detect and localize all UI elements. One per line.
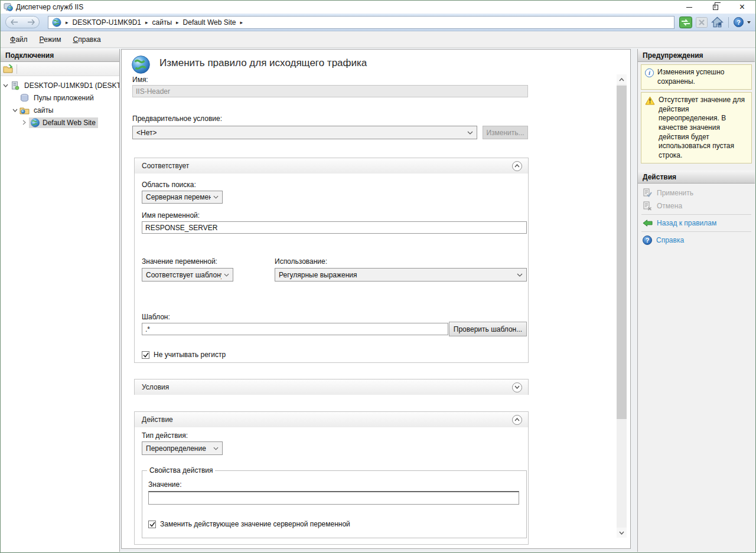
pattern-field[interactable] [142,323,448,335]
precondition-label: Предварительное условие: [132,114,222,123]
action-type-dropdown[interactable]: Переопределение [142,441,223,455]
window-title: Диспетчер служб IIS [16,3,83,11]
match-section: Соответствует Область поиска: Серверная … [134,158,529,363]
sites-folder-icon [19,106,30,115]
using-value: Регулярные выражения [279,271,357,279]
tree-row-server[interactable]: DESKTOP-U1MK9D1 (DESKTOP [1,79,119,91]
test-pattern-button[interactable]: Проверить шаблон... [449,322,527,336]
help-link[interactable]: ? Справка [638,234,755,247]
tree-label-server[interactable]: DESKTOP-U1MK9D1 (DESKTOP [22,81,119,90]
replace-existing-label: Заменить действующее значение серверной … [160,520,350,528]
chevron-down-icon [211,447,219,450]
scroll-up-button[interactable] [617,74,627,84]
rule-name-field [132,85,528,97]
window-controls: × [676,1,755,14]
scrollbar-thumb[interactable] [617,86,627,419]
expand-section-button[interactable] [512,382,522,392]
back-to-rules-link[interactable]: Назад к правилам [638,217,755,230]
apply-icon [643,188,653,198]
collapse-section-button[interactable] [512,161,522,171]
name-label: Имя: [132,76,148,84]
scope-dropdown[interactable]: Серверная переменн [142,191,223,204]
menu-help[interactable]: Справка [67,33,107,46]
titlebar: Диспетчер служб IIS × [1,1,755,14]
close-button[interactable]: × [729,1,755,14]
precondition-dropdown[interactable]: <Нет> [132,126,477,139]
replace-checkbox-row: Заменить действующее значение серверной … [148,520,350,528]
home-button[interactable] [711,17,724,28]
minimize-button[interactable] [676,1,702,14]
alerts-header: Предупреждения [638,49,755,62]
info-alert: i Изменения успешно сохранены. [641,64,752,90]
save-connection-icon[interactable] [3,64,13,73]
cancel-action: Отмена [638,199,755,212]
variable-value-option: Соответствует шаблону [146,271,221,279]
breadcrumb-item-default-web-site[interactable]: Default Web Site [183,18,236,27]
action-properties-legend: Свойства действия [147,466,215,475]
chevron-expanded-icon[interactable] [10,109,19,112]
info-icon: i [645,68,654,77]
action-type-value: Переопределение [146,444,206,453]
back-to-rules-label[interactable]: Назад к правилам [657,219,716,227]
using-label: Использование: [275,257,327,266]
apply-label: Применить [657,189,693,197]
page-globe-icon [131,55,151,74]
back-icon[interactable] [11,19,18,25]
using-dropdown[interactable]: Регулярные выражения [275,268,527,282]
tree-label-app-pools[interactable]: Пулы приложений [32,93,96,103]
help-icon: ? [643,235,652,245]
help-label[interactable]: Справка [656,236,684,244]
selected-tree-item[interactable]: Default Web Site [29,117,98,128]
toolbar-separator [17,64,17,74]
replace-existing-checkbox[interactable] [148,521,156,528]
ignore-case-checkbox[interactable] [142,351,149,359]
warning-alert: ! Отсутствует значение для действия пере… [641,92,752,163]
tree-row-default-web-site[interactable]: Default Web Site [1,116,119,129]
action-type-label: Тип действия: [142,431,188,440]
help-dropdown-caret-icon[interactable] [747,21,751,24]
content-scrollbar[interactable] [617,74,627,538]
menu-file[interactable]: Файл [4,33,34,46]
workspace: Подключения [1,48,755,552]
breadcrumb-separator-icon: ▸ [176,19,179,25]
refresh-button[interactable] [679,17,692,28]
breadcrumb-separator-icon: ▸ [240,19,243,25]
action-value-label: Значение: [148,480,182,489]
connections-tree: DESKTOP-U1MK9D1 (DESKTOP Пулы приложений [1,76,119,129]
cancel-label: Отмена [657,202,682,210]
help-button[interactable]: ? [734,17,744,27]
chevron-expanded-icon[interactable] [1,84,10,87]
tree-row-sites[interactable]: сайты [1,104,119,116]
chevron-down-icon [221,273,229,277]
tree-label-default-web-site[interactable]: Default Web Site [43,119,96,127]
collapse-section-button[interactable] [512,415,522,425]
back-arrow-icon [643,218,653,228]
variable-value-label: Значение переменной: [142,257,217,266]
chevron-down-icon [619,531,624,535]
action-properties-group: Свойства действия Значение: Заменить дей… [142,466,527,538]
breadcrumb-item-server[interactable]: DESKTOP-U1MK9D1 [73,18,141,27]
restore-icon [713,5,718,10]
info-alert-text: Изменения успешно сохранены. [657,68,748,86]
variable-value-dropdown[interactable]: Соответствует шаблону [142,268,233,282]
variable-name-field[interactable] [142,221,527,234]
menu-view[interactable]: Режим [34,33,67,46]
cancel-icon [643,201,653,211]
tree-row-app-pools[interactable]: Пулы приложений [1,91,119,104]
forward-icon[interactable] [27,19,35,25]
variable-name-label: Имя переменной: [142,211,200,220]
pattern-label: Шаблон: [142,313,170,321]
action-value-field[interactable] [148,491,519,505]
tree-label-sites[interactable]: сайты [32,106,56,115]
restore-button[interactable] [702,1,729,14]
match-section-header: Соответствует [135,158,528,174]
server-icon [10,81,20,90]
chevron-down-icon [514,273,523,277]
scroll-down-button[interactable] [617,528,627,538]
ignore-case-label: Не учитывать регистр [154,351,226,359]
breadcrumb-item-sites[interactable]: сайты [152,18,172,27]
change-precondition-button[interactable]: Изменить... [483,126,528,139]
connections-header: Подключения [1,49,119,62]
chevron-collapsed-icon[interactable] [19,120,29,125]
breadcrumb[interactable]: ▸ DESKTOP-U1MK9D1 ▸ сайты ▸ Default Web … [48,16,674,29]
